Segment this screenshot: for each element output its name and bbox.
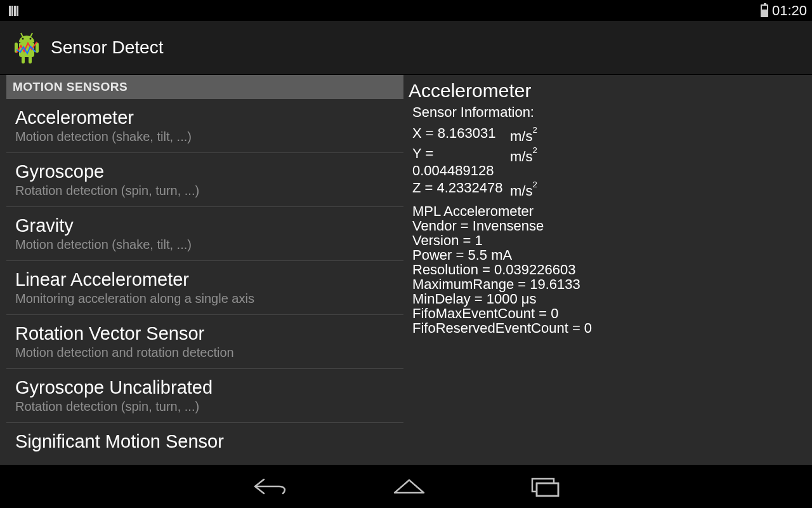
list-item-significant-motion[interactable]: Significant Motion Sensor <box>6 423 403 460</box>
list-item-gyroscope[interactable]: Gyroscope Rotation detection (spin, turn… <box>6 153 403 207</box>
list-item-rotation-vector[interactable]: Rotation Vector Sensor Motion detection … <box>6 315 403 369</box>
detail-subtitle: Sensor Information: <box>409 104 806 121</box>
info-line: MaximumRange = 19.6133 <box>412 277 806 291</box>
svg-line-6 <box>30 33 32 37</box>
detail-readings: X = 8.163031 m/s2 Y = 0.004489128 m/s2 Z… <box>409 124 806 200</box>
svg-point-7 <box>22 37 24 39</box>
list-item-gyroscope-uncalibrated[interactable]: Gyroscope Uncalibrated Rotation detectio… <box>6 369 403 423</box>
sensor-list-pane: MOTION SENSORS Accelerometer Motion dete… <box>0 75 403 465</box>
app-title: Sensor Detect <box>51 37 163 58</box>
signal-icon <box>9 6 18 16</box>
info-line: Resolution = 0.039226603 <box>412 262 806 277</box>
svg-rect-10 <box>537 483 558 496</box>
list-item-title: Rotation Vector Sensor <box>15 323 395 344</box>
svg-line-5 <box>21 33 23 37</box>
reading-y: Y = 0.004489128 <box>412 145 510 179</box>
info-line: Power = 5.5 mA <box>412 248 806 262</box>
list-item-sub: Rotation detection (spin, turn, ...) <box>15 184 395 198</box>
info-line: MinDelay = 1000 μs <box>412 291 806 306</box>
svg-rect-4 <box>29 56 32 64</box>
info-line: Version = 1 <box>412 233 806 248</box>
list-item-title: Accelerometer <box>15 107 395 128</box>
list-item-sub: Rotation detection (spin, turn, ...) <box>15 399 395 414</box>
reading-x-unit: m/s2 <box>510 124 537 145</box>
sensor-detail-pane: Accelerometer Sensor Information: X = 8.… <box>403 75 812 465</box>
recent-apps-button[interactable] <box>529 475 561 498</box>
back-button[interactable] <box>251 475 289 498</box>
svg-point-8 <box>30 37 32 39</box>
action-bar: Sensor Detect <box>0 21 812 75</box>
nav-bar <box>0 465 812 508</box>
list-item-sub: Motion detection and rotation detection <box>15 345 395 360</box>
reading-z-unit: m/s2 <box>510 179 537 199</box>
reading-x: X = 8.163031 <box>412 124 510 145</box>
info-line: Vendor = Invensense <box>412 218 806 233</box>
detail-info: MPL Accelerometer Vendor = Invensense Ve… <box>409 204 806 335</box>
list-item-title: Gravity <box>15 215 395 236</box>
detail-title: Accelerometer <box>409 80 806 102</box>
reading-z: Z = 4.2332478 <box>412 179 510 199</box>
section-header: MOTION SENSORS <box>6 75 403 99</box>
info-line: FifoReservedEventCount = 0 <box>412 321 806 335</box>
home-button[interactable] <box>391 475 428 498</box>
status-clock: 01:20 <box>772 3 807 19</box>
reading-y-unit: m/s2 <box>510 145 537 179</box>
list-item-title: Linear Accelerometer <box>15 269 395 290</box>
svg-rect-3 <box>22 56 25 64</box>
list-item-sub: Monitoring acceleration along a single a… <box>15 291 395 306</box>
list-item-title: Gyroscope <box>15 161 395 182</box>
info-line: MPL Accelerometer <box>412 204 806 218</box>
list-item-title: Significant Motion Sensor <box>15 431 395 452</box>
list-item-sub: Motion detection (shake, tilt, ...) <box>15 237 395 252</box>
app-icon <box>11 30 42 65</box>
list-item-title: Gyroscope Uncalibrated <box>15 377 395 398</box>
info-line: FifoMaxEventCount = 0 <box>412 306 806 321</box>
status-bar: 01:20 <box>0 0 812 21</box>
list-item-accelerometer[interactable]: Accelerometer Motion detection (shake, t… <box>6 99 403 153</box>
list-item-linear-accelerometer[interactable]: Linear Accelerometer Monitoring accelera… <box>6 261 403 315</box>
list-item-gravity[interactable]: Gravity Motion detection (shake, tilt, .… <box>6 207 403 261</box>
battery-icon <box>761 4 768 17</box>
list-item-sub: Motion detection (shake, tilt, ...) <box>15 130 395 144</box>
